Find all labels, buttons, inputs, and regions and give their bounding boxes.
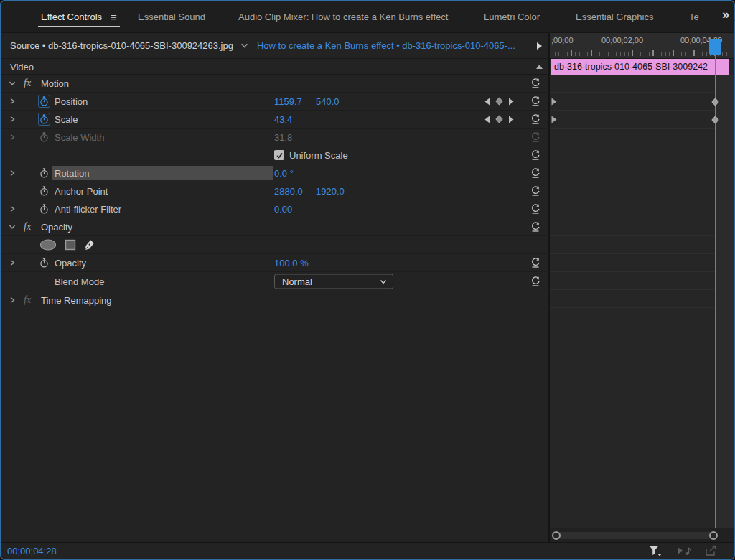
reset-effect-button[interactable]	[530, 78, 540, 88]
timeline-ruler[interactable]: ;00;00 00;00;02;00 00;00;04;00	[550, 33, 734, 59]
fx-icon: fx	[24, 78, 31, 89]
current-timecode[interactable]: 00;00;04;28	[7, 546, 57, 556]
pen-mask-icon[interactable]	[84, 239, 95, 251]
stopwatch-toggle-icon[interactable]	[39, 203, 50, 215]
tab-text-truncated[interactable]: Te	[689, 9, 699, 26]
sequence-clip-link[interactable]: How to create a Ken Burns effect • db-31…	[257, 40, 515, 51]
position-y-value[interactable]: 540.0	[316, 96, 349, 107]
rotation-value[interactable]: 0.0 °	[274, 168, 307, 179]
active-tab-underline	[38, 26, 120, 27]
mask-tools-row	[1, 236, 548, 254]
uniform-scale-checkbox[interactable]	[274, 150, 284, 160]
blend-mode-dropdown[interactable]: Normal	[274, 274, 393, 289]
chevron-right-icon[interactable]	[9, 297, 16, 304]
scale-keyframe-diamond[interactable]	[711, 116, 719, 124]
property-label: Anti-flicker Filter	[55, 204, 121, 215]
add-remove-keyframe-button[interactable]	[495, 115, 503, 123]
reset-parameter-button[interactable]	[530, 204, 540, 214]
effect-row-opacity[interactable]: fx Opacity	[1, 218, 548, 236]
reset-parameter-button	[530, 132, 540, 142]
timeline-out-of-range-area	[716, 75, 734, 528]
property-row-opacity: Opacity 100.0 %	[1, 254, 548, 272]
property-row-rotation: Rotation 0.0 °	[1, 164, 548, 182]
previous-keyframe-button[interactable]	[484, 98, 490, 106]
play-icon[interactable]	[536, 42, 543, 50]
chevron-down-icon[interactable]	[240, 42, 248, 50]
property-label: Scale Width	[55, 132, 104, 143]
next-keyframe-button[interactable]	[508, 116, 515, 123]
reset-parameter-button[interactable]	[530, 276, 540, 286]
effect-row-motion[interactable]: fx Motion	[1, 75, 548, 93]
chevron-down-icon[interactable]	[9, 80, 16, 87]
add-remove-keyframe-button[interactable]	[495, 97, 503, 106]
property-label: Scale	[55, 114, 78, 125]
checkbox-label: Uniform Scale	[289, 150, 348, 161]
reset-effect-button[interactable]	[530, 222, 540, 232]
timeline-clip[interactable]: db-316-tropics-010-4065-SBI-3009242	[551, 59, 729, 75]
tab-label: Essential Sound	[138, 11, 205, 22]
filter-properties-icon[interactable]	[649, 546, 662, 556]
chevron-right-icon[interactable]	[9, 98, 16, 105]
property-row-anti-flicker: Anti-flicker Filter 0.00	[1, 200, 548, 218]
ellipse-mask-icon[interactable]	[39, 239, 57, 251]
property-label: Rotation	[55, 168, 89, 179]
reset-parameter-button[interactable]	[530, 168, 540, 178]
position-keyframe-diamond[interactable]	[711, 98, 719, 106]
stopwatch-toggle-icon[interactable]	[39, 257, 50, 269]
stopwatch-toggle-icon[interactable]	[39, 95, 50, 107]
property-row-scale: Scale 43.4	[1, 111, 548, 129]
chevron-right-icon[interactable]	[9, 134, 16, 141]
tab-label: Audio Clip Mixer: How to create a Ken Bu…	[238, 11, 448, 22]
reset-parameter-button[interactable]	[530, 114, 540, 124]
stopwatch-toggle-icon[interactable]	[39, 167, 50, 179]
tab-label: Te	[689, 11, 699, 22]
chevron-right-icon[interactable]	[9, 205, 16, 213]
scale-value[interactable]: 43.4	[274, 114, 307, 125]
next-keyframe-button[interactable]	[508, 98, 515, 106]
effect-controls-list: Source • db-316-tropics-010-4065-SBI-300…	[1, 33, 548, 542]
tab-essential-sound[interactable]: Essential Sound	[138, 9, 205, 26]
scale-width-value: 31.8	[274, 132, 307, 143]
tab-audio-clip-mixer[interactable]: Audio Clip Mixer: How to create a Ken Bu…	[238, 9, 448, 26]
timeline-row-separators	[550, 75, 715, 312]
chevron-right-icon[interactable]	[9, 116, 16, 123]
tab-effect-controls[interactable]: Effect Controls≡	[41, 9, 117, 26]
chevron-right-icon[interactable]	[9, 259, 16, 266]
chevron-down-icon[interactable]	[9, 223, 16, 230]
effect-row-time-remapping[interactable]: fx Time Remapping	[1, 291, 548, 309]
property-label: Anchor Point	[55, 186, 108, 197]
tab-lumetri-color[interactable]: Lumetri Color	[484, 9, 540, 26]
stopwatch-toggle-icon[interactable]	[39, 113, 50, 125]
opacity-value[interactable]: 100.0 %	[274, 258, 309, 269]
anchor-x-value[interactable]: 2880.0	[274, 186, 307, 197]
property-label: Position	[55, 96, 88, 107]
anti-flicker-value[interactable]: 0.00	[274, 204, 307, 215]
reset-parameter-button[interactable]	[530, 186, 540, 196]
zoom-handle-left[interactable]	[552, 531, 561, 540]
fx-icon: fx	[24, 221, 31, 233]
previous-keyframe-button[interactable]	[484, 116, 490, 123]
collapse-up-icon[interactable]	[535, 64, 543, 70]
tab-label: Effect Controls	[41, 11, 102, 22]
zoom-handle-right[interactable]	[709, 531, 718, 540]
tab-essential-graphics[interactable]: Essential Graphics	[576, 9, 653, 26]
keyframe-lane-arrow-icon	[551, 98, 557, 106]
reset-parameter-button[interactable]	[530, 96, 540, 106]
anchor-y-value[interactable]: 1920.0	[316, 186, 349, 197]
panel-tab-bar: Effect Controls≡ Essential Sound Audio C…	[1, 1, 734, 33]
playhead-handle[interactable]	[709, 39, 721, 55]
tab-overflow-chevron-icon[interactable]: »	[722, 7, 728, 22]
chevron-right-icon[interactable]	[9, 169, 16, 177]
video-section-title: Video	[10, 61, 34, 72]
scrollbar-track[interactable]	[557, 532, 715, 539]
stopwatch-toggle-icon[interactable]	[39, 185, 50, 197]
stopwatch-toggle-icon	[39, 131, 50, 143]
reset-parameter-button[interactable]	[530, 258, 540, 268]
source-clip-label: Source • db-316-tropics-010-4065-SBI-300…	[10, 40, 233, 51]
panel-menu-icon[interactable]: ≡	[111, 9, 117, 26]
property-row-anchor-point: Anchor Point 2880.01920.0	[1, 182, 548, 200]
position-x-value[interactable]: 1159.7	[274, 96, 307, 107]
rectangle-mask-icon[interactable]	[65, 239, 76, 251]
reset-parameter-button[interactable]	[530, 150, 540, 160]
property-row-uniform-scale: Uniform Scale	[1, 146, 548, 164]
